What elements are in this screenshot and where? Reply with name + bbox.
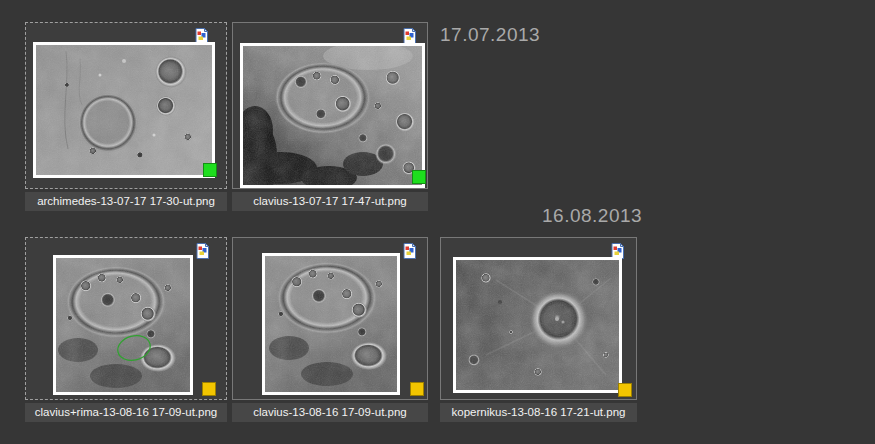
filename-caption[interactable]: clavius-13-08-16 17-09-ut.png	[232, 403, 428, 422]
moon-photo-art	[243, 46, 422, 185]
date-label-group-2: 16.08.2013	[542, 205, 642, 227]
filename-caption[interactable]: kopernikus-13-08-16 17-21-ut.png	[440, 403, 637, 422]
moon-photo-clavius-august[interactable]	[262, 253, 400, 395]
image-file-icon	[403, 243, 417, 259]
moon-photo-art	[456, 260, 619, 390]
filename-caption[interactable]: clavius+rima-13-08-16 17-09-ut.png	[25, 403, 227, 422]
status-square-green	[203, 163, 217, 177]
thumbnail-archimedes-13-07-17[interactable]: archimedes-13-07-17 17-30-ut.png	[25, 22, 227, 211]
moon-photo-art	[265, 256, 397, 392]
filename-caption[interactable]: archimedes-13-07-17 17-30-ut.png	[25, 192, 227, 211]
moon-photo-art	[36, 45, 212, 175]
thumbnail-cell[interactable]	[25, 22, 227, 189]
moon-photo-art	[56, 258, 190, 392]
thumbnail-clavius-13-07-17[interactable]: clavius-13-07-17 17-47-ut.png	[232, 22, 428, 211]
thumbnail-clavius-rima-13-08-16[interactable]: clavius+rima-13-08-16 17-09-ut.png	[25, 237, 227, 422]
thumbnail-grid: 17.07.2013 16.08.2013	[0, 0, 875, 444]
thumbnail-cell[interactable]	[25, 237, 227, 400]
image-file-icon	[403, 28, 417, 44]
moon-photo-clavius-july[interactable]	[240, 43, 425, 188]
status-square-yellow	[202, 382, 216, 396]
image-file-icon	[196, 243, 210, 259]
status-square-yellow	[618, 383, 632, 397]
thumbnail-clavius-13-08-16[interactable]: clavius-13-08-16 17-09-ut.png	[232, 237, 428, 422]
moon-photo-archimedes[interactable]	[33, 42, 215, 178]
status-square-yellow	[410, 382, 424, 396]
moon-photo-kopernikus[interactable]	[453, 257, 622, 393]
moon-photo-clavius-rima[interactable]	[53, 255, 193, 395]
thumbnail-cell[interactable]	[232, 237, 428, 400]
date-label-group-1: 17.07.2013	[440, 24, 540, 46]
filename-caption[interactable]: clavius-13-07-17 17-47-ut.png	[232, 192, 428, 211]
thumbnail-kopernikus-13-08-16[interactable]: kopernikus-13-08-16 17-21-ut.png	[440, 237, 637, 422]
thumbnail-cell[interactable]	[440, 237, 637, 400]
status-square-green	[412, 170, 426, 184]
thumbnail-cell[interactable]	[232, 22, 428, 189]
